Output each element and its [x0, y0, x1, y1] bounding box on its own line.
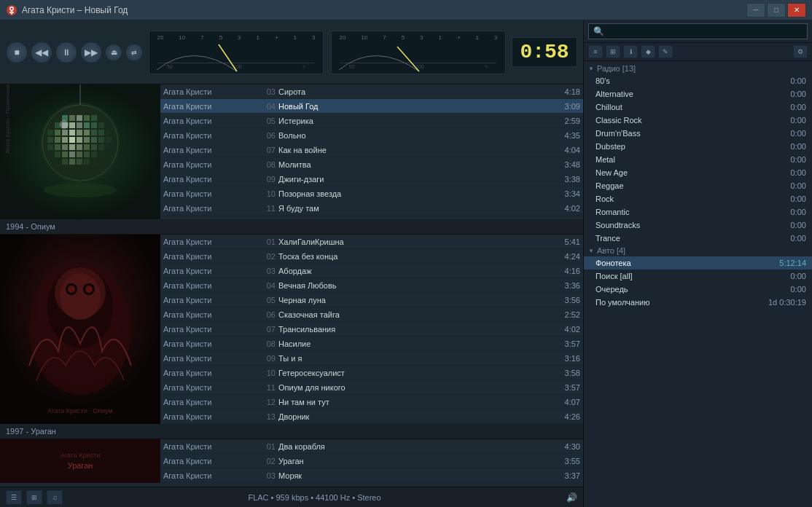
right-item-queue[interactable]: Очередь 0:00 [584, 283, 812, 296]
right-search [584, 20, 812, 43]
track-row[interactable]: Агата Кристи 13 Дворник 4:26 [160, 409, 583, 424]
svg-rect-23 [55, 130, 60, 135]
track-row[interactable]: Агата Кристи 07 Как на войне 4:04 [160, 143, 583, 157]
svg-rect-27 [84, 130, 90, 135]
tag-button[interactable]: ◆ [641, 45, 655, 58]
svg-rect-48 [106, 144, 112, 150]
track-row[interactable]: Агата Кристи 09 Ты и я 3:16 [160, 351, 583, 366]
right-item-alternative[interactable]: Alternative 0:00 [584, 87, 812, 101]
track-row[interactable]: Агата Кристи 09 Джиги-дзаги 3:38 [160, 172, 583, 186]
track-row[interactable]: Агата Кристи 10 Позорная звезда 3:34 [160, 186, 583, 201]
track-row[interactable]: Агата Кристи 04 Вечная Любовь 3:36 [160, 278, 583, 293]
right-item-romantic[interactable]: Romantic 0:00 [584, 205, 812, 219]
svg-point-73 [85, 286, 93, 293]
track-row[interactable]: Агата Кристи 01 ХалиГалиКришна 5:41 [160, 235, 583, 249]
album-header-uragan: 1997 - Ураган [0, 424, 583, 439]
auto-section-header[interactable]: ▼ Авто [4] [584, 245, 812, 256]
album-cover-prachechno: Агата Кристи · Пpачечная [0, 84, 160, 219]
svg-point-61 [60, 120, 69, 129]
track-row[interactable]: Агата Кристи 07 Трансильвания 4:02 [160, 322, 583, 337]
edit-button[interactable]: ✎ [658, 45, 673, 58]
right-item-dubstep[interactable]: Dubstep 0:00 [584, 140, 812, 153]
svg-rect-56 [62, 159, 68, 165]
right-item-metal[interactable]: Metal 0:00 [584, 153, 812, 166]
track-row[interactable]: Агата Кристи 06 Вольно 4:35 [160, 128, 583, 143]
radio-section-header[interactable]: ▼ Радио [13] [584, 63, 812, 74]
album-cover-opium: Агата Кристи · Опиум [0, 235, 160, 424]
maximize-button[interactable]: □ [767, 3, 786, 17]
track-list-uragan: Агата Кристи 01 Два корабля 4:30 Агата К… [160, 439, 583, 483]
track-row[interactable]: Агата Кристи 11 Опиум для никого 3:57 [160, 380, 583, 395]
playlist-icon[interactable]: ☰ [6, 490, 22, 505]
titlebar-left: Агата Кристи – Новый Год [6, 4, 128, 16]
settings-button[interactable]: ⚙ [793, 45, 808, 58]
track-row[interactable]: Агата Кристи 02 Тоска без конца 4:24 [160, 249, 583, 264]
svg-rect-41 [55, 144, 60, 150]
right-item-classic-rock[interactable]: Classic Rock 0:00 [584, 114, 812, 127]
svg-rect-13 [84, 115, 90, 121]
right-item-fonoteka[interactable]: Фонотека 5:12:14 [584, 256, 812, 270]
titlebar-controls: ─ □ ✕ [746, 3, 806, 17]
svg-line-5 [219, 44, 237, 71]
track-row[interactable]: Агата Кристи 03 Моряк 3:37 [160, 468, 583, 483]
info-button[interactable]: ℹ [623, 45, 638, 58]
svg-rect-42 [62, 144, 68, 150]
track-row[interactable]: Агата Кристи 12 Ни там ни тут 4:07 [160, 395, 583, 409]
svg-point-72 [68, 286, 75, 293]
right-item-rock[interactable]: Rock 0:00 [584, 192, 812, 205]
volume-icon[interactable]: 🔊 [566, 492, 577, 503]
right-list[interactable]: ▼ Радио [13] 80's 0:00 Alternative 0:00 … [584, 61, 812, 507]
track-row[interactable]: Агата Кристи 11 Я буду там 4:02 [160, 201, 583, 216]
stop-button[interactable]: ■ [6, 42, 28, 63]
right-item-default[interactable]: По умолчанию 1d 0:30:19 [584, 296, 812, 309]
music-icon[interactable]: ♫ [47, 490, 63, 505]
track-row[interactable]: Агата Кристи 08 Молитва 3:48 [160, 157, 583, 172]
right-item-reggae[interactable]: Reggae 0:00 [584, 179, 812, 192]
svg-rect-11 [69, 115, 75, 121]
track-row[interactable]: Агата Кристи 05 Черная луна 3:56 [160, 293, 583, 307]
svg-rect-26 [77, 130, 82, 135]
right-item-chillout[interactable]: Chillout 0:00 [584, 101, 812, 114]
svg-rect-38 [98, 137, 104, 143]
window-title: Агата Кристи – Новый Год [22, 5, 128, 15]
svg-rect-31 [47, 137, 53, 143]
app-icon [6, 4, 17, 16]
shuffle-button[interactable]: ⇄ [125, 44, 143, 61]
right-panel: ≡ ⊞ ℹ ◆ ✎ ⚙ ▼ Радио [13] 80's 0:00 Alter… [583, 20, 812, 507]
right-item-trance[interactable]: Trance 0:00 [584, 232, 812, 245]
svg-text:Агата Кристи · Пpачечная: Агата Кристи · Пpачечная [4, 84, 11, 154]
eject-button[interactable]: ⏏ [105, 44, 122, 61]
svg-text:Ураган: Ураган [68, 461, 93, 470]
status-icons: ☰ ⊞ ♫ [6, 490, 63, 505]
track-row[interactable]: Агата Кристи 05 Истерика 2:59 [160, 114, 583, 128]
track-row[interactable]: Агата Кристи 02 Ураган 3:55 [160, 454, 583, 468]
track-row[interactable]: Агата Кристи 10 Гетеросексуалист 3:58 [160, 366, 583, 380]
right-item-search-all[interactable]: Поиск [all] 0:00 [584, 270, 812, 283]
next-button[interactable]: ▶▶ [80, 42, 102, 63]
svg-line-6 [397, 47, 419, 71]
pause-button[interactable]: ⏸ [55, 42, 77, 63]
right-item-new-age[interactable]: New Age 0:00 [584, 166, 812, 179]
prev-button[interactable]: ◀◀ [31, 42, 52, 63]
track-row[interactable]: Агата Кристи 03 Сирота 4:18 [160, 84, 583, 99]
grid-view-button[interactable]: ⊞ [606, 45, 620, 58]
grid-icon[interactable]: ⊞ [26, 490, 42, 505]
right-item-80s[interactable]: 80's 0:00 [584, 74, 812, 87]
track-row[interactable]: Агата Кристи 01 Два корабля 4:30 [160, 439, 583, 454]
track-row[interactable]: Агата Кристи 04 Новый Год 3:09 [160, 99, 583, 114]
right-item-soundtracks[interactable]: Soundtracks 0:00 [584, 219, 812, 232]
track-row[interactable]: Агата Кристи 06 Сказочная тайга 2:52 [160, 307, 583, 322]
minimize-button[interactable]: ─ [746, 3, 765, 17]
svg-text:Агата Кристи · Опиум: Агата Кристи · Опиум [47, 407, 112, 414]
album-header-opium: 1994 - Опиум [0, 219, 583, 235]
track-row[interactable]: Агата Кристи 08 Насилие 3:57 [160, 337, 583, 351]
list-view-button[interactable]: ≡ [588, 45, 603, 58]
svg-rect-49 [55, 152, 60, 157]
search-input[interactable] [588, 23, 808, 39]
track-row[interactable]: Агата Кристи 03 Абордаж 4:16 [160, 264, 583, 278]
right-item-drumnbass[interactable]: Drum'n'Bass 0:00 [584, 127, 812, 140]
svg-rect-50 [62, 152, 68, 157]
svg-text:Агата Кристи: Агата Кристи [60, 452, 100, 459]
close-button[interactable]: ✕ [787, 3, 806, 17]
playlist-container[interactable]: Агата Кристи · Пpачечная Агата Кристи 03… [0, 84, 583, 487]
